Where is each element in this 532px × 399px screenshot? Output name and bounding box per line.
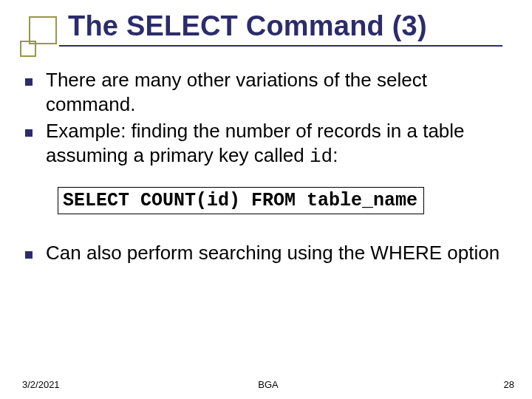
bullet-item: Example: finding the number of records i… (22, 119, 514, 170)
bullet-square-icon (25, 129, 33, 137)
inline-code: id (310, 146, 332, 168)
bullet-item: There are many other variations of the s… (22, 68, 514, 117)
bullet-text-fragment: Example: finding the number of records i… (46, 120, 465, 166)
slide-footer: 3/2/2021 BGA 28 (22, 379, 514, 390)
title-underline (59, 45, 502, 47)
bullet-square-icon (25, 78, 33, 86)
bullet-item: Can also perform searching using the WHE… (22, 241, 514, 265)
code-block: SELECT COUNT(id) FROM table_name (58, 187, 424, 214)
footer-center: BGA (22, 379, 514, 390)
bullet-text: There are many other variations of the s… (46, 68, 514, 117)
bullet-text: Can also perform searching using the WHE… (46, 241, 514, 265)
bullet-square-icon (25, 251, 33, 259)
bullet-text: Example: finding the number of records i… (46, 119, 514, 170)
slide-title: The SELECT Command (3) (68, 10, 532, 42)
slide: The SELECT Command (3) There are many ot… (0, 0, 532, 399)
slide-body: There are many other variations of the s… (22, 68, 514, 267)
title-area: The SELECT Command (3) (0, 10, 532, 47)
bullet-text-fragment: : (332, 144, 338, 166)
